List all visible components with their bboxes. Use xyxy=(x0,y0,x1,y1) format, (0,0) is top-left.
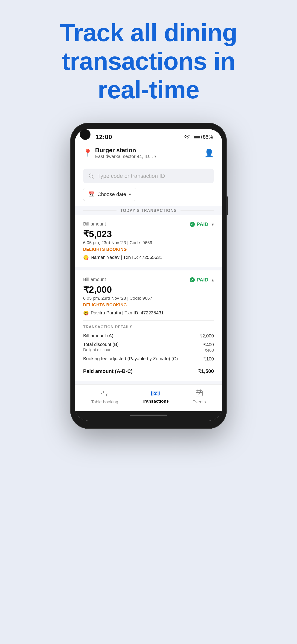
nav-label-transactions: Transactions xyxy=(142,399,169,404)
hero-title: Track all dining transactions in real-ti… xyxy=(59,18,238,104)
phone-shell: 12:00 85% xyxy=(70,123,227,429)
paid-status: ✓ PAID ▴ xyxy=(190,277,214,283)
customer-emoji: 😋 xyxy=(83,310,89,316)
bill-meta: 6:05 pm, 23rd Nov '23 | Code: 9669 xyxy=(83,240,214,245)
transaction-card[interactable]: Bill amount ✓ PAID ▴ ₹2,000 6:05 pm, 23r… xyxy=(75,270,222,381)
transaction-card[interactable]: Bill amount ✓ PAID ▾ ₹5,023 6:05 pm, 23r… xyxy=(75,215,222,267)
calendar-icon: 📅 xyxy=(88,192,95,198)
home-indicator xyxy=(75,411,222,420)
battery-pct: 85% xyxy=(203,134,213,140)
customer-row: 😋 Pavitra Paruthi | Txn ID: 472235431 xyxy=(83,310,214,316)
nav-label-table-booking: Table booking xyxy=(91,400,118,404)
date-dropdown-icon: ▾ xyxy=(129,192,131,197)
transactions-icon xyxy=(151,390,160,397)
detail-label: Bill amount (A) xyxy=(83,333,113,338)
expand-icon: ▾ xyxy=(212,222,214,227)
paid-badge: ✓ PAID xyxy=(190,221,208,227)
search-icon xyxy=(88,173,94,179)
phone-mockup: 12:00 85% xyxy=(70,123,227,429)
detail-label-text: Total discount (B) xyxy=(83,342,119,347)
customer-row: 😋 Naman Yadav | Txn ID: 472565631 xyxy=(83,255,214,260)
home-bar xyxy=(130,414,167,416)
card-top: Bill amount ✓ PAID ▾ xyxy=(83,221,214,227)
divider-right xyxy=(180,210,214,211)
location-pin-icon: 📍 xyxy=(83,148,92,157)
wifi-icon xyxy=(184,134,190,140)
txn-details: TRANSACTION DETAILS Bill amount (A) ₹2,0… xyxy=(83,320,214,374)
booking-tag: DELIGHTS BOOKING xyxy=(83,247,214,252)
status-time: 12:00 xyxy=(96,133,112,141)
bottom-nav: Table booking Transactions xyxy=(75,384,222,411)
app-header: 📍 Burger station East dwarka, sector 44,… xyxy=(75,143,222,164)
bill-meta: 6:05 pm, 23rd Nov '23 | Code: 9667 xyxy=(83,296,214,301)
paid-label: PAID xyxy=(196,277,208,283)
paid-amount-row: Paid amount (A-B-C) ₹1,500 xyxy=(83,365,214,374)
detail-label-block: Booking fee adjusted (Payable by Zomato)… xyxy=(83,356,178,362)
table-booking-icon xyxy=(100,389,109,398)
paid-status: ✓ PAID ▾ xyxy=(190,221,214,227)
choose-date-button[interactable]: 📅 Choose date ▾ xyxy=(83,188,136,201)
detail-row: Bill amount (A) ₹2,000 xyxy=(83,333,214,338)
booking-tag: DELIGHTS BOOKING xyxy=(83,303,214,308)
profile-icon[interactable]: 👤 xyxy=(204,148,214,158)
battery-shape xyxy=(193,135,202,139)
svg-point-10 xyxy=(155,393,156,394)
paid-amount-label: Paid amount (A-B-C) xyxy=(83,368,132,374)
detail-value: ₹2,000 xyxy=(200,333,214,338)
detail-values-block: ₹400 ₹400 xyxy=(203,342,214,353)
battery-fill xyxy=(194,136,200,138)
collapse-icon: ▴ xyxy=(212,277,214,282)
phone-screen: 12:00 85% xyxy=(75,129,222,420)
nav-label-events: Events xyxy=(192,400,206,404)
restaurant-name: Burger station xyxy=(95,147,156,154)
svg-rect-2 xyxy=(102,393,108,394)
detail-row: Booking fee adjusted (Payable by Zomato)… xyxy=(83,356,214,362)
bill-amount: ₹5,023 xyxy=(83,229,214,239)
svg-line-1 xyxy=(92,177,94,178)
card-top: Bill amount ✓ PAID ▴ xyxy=(83,277,214,283)
paid-amount-value: ₹1,500 xyxy=(198,368,214,374)
nav-item-table-booking[interactable]: Table booking xyxy=(91,389,118,404)
date-filter: 📅 Choose date ▾ xyxy=(75,188,222,206)
status-icons: 85% xyxy=(184,134,213,140)
detail-row: Total discount (B) Delight discount ₹400… xyxy=(83,342,214,353)
search-container: Type code or transaction ID xyxy=(75,164,222,188)
search-input-placeholder: Type code or transaction ID xyxy=(98,173,165,179)
nav-item-events[interactable]: Events xyxy=(192,389,206,404)
paid-badge: ✓ PAID xyxy=(190,277,208,283)
transactions-list: Bill amount ✓ PAID ▾ ₹5,023 6:05 pm, 23r… xyxy=(75,215,222,381)
search-bar[interactable]: Type code or transaction ID xyxy=(83,168,214,183)
bill-label: Bill amount xyxy=(83,277,106,282)
section-label: TODAY'S TRANSACTIONS xyxy=(120,208,176,213)
location-text: Burger station East dwarka, sector 44, I… xyxy=(95,147,156,159)
detail-label-text: Bill amount (A) xyxy=(83,333,113,338)
detail-label-text: Booking fee adjusted (Payable by Zomato)… xyxy=(83,356,178,362)
bill-amount: ₹2,000 xyxy=(83,284,214,295)
location-sub: East dwarka, sector 44, ID... ▾ xyxy=(95,154,156,159)
detail-label-block: Total discount (B) Delight discount xyxy=(83,342,119,352)
detail-value-sub: ₹400 xyxy=(203,348,214,353)
chevron-down-icon: ▾ xyxy=(154,154,156,159)
divider-left xyxy=(83,210,116,211)
paid-label: PAID xyxy=(196,221,208,227)
location-address: East dwarka, sector 44, ID... xyxy=(95,154,153,159)
customer-info: Naman Yadav | Txn ID: 472565631 xyxy=(91,255,162,260)
txn-details-title: TRANSACTION DETAILS xyxy=(83,325,214,329)
detail-sub-text: Delight discount xyxy=(83,348,119,352)
status-bar: 12:00 85% xyxy=(75,129,222,143)
battery-icon: 85% xyxy=(193,134,213,140)
section-divider: TODAY'S TRANSACTIONS xyxy=(75,208,222,213)
location-block[interactable]: 📍 Burger station East dwarka, sector 44,… xyxy=(83,147,156,159)
bill-label: Bill amount xyxy=(83,221,106,227)
nav-item-transactions[interactable]: Transactions xyxy=(142,390,169,404)
customer-emoji: 😋 xyxy=(83,255,89,260)
detail-value: ₹100 xyxy=(203,356,214,362)
events-icon xyxy=(195,389,203,398)
customer-info: Pavitra Paruthi | Txn ID: 472235431 xyxy=(91,310,164,316)
detail-value-top: ₹400 xyxy=(203,342,214,347)
check-circle-icon: ✓ xyxy=(190,222,195,227)
date-filter-label: Choose date xyxy=(98,192,126,198)
check-circle-icon: ✓ xyxy=(190,277,195,282)
